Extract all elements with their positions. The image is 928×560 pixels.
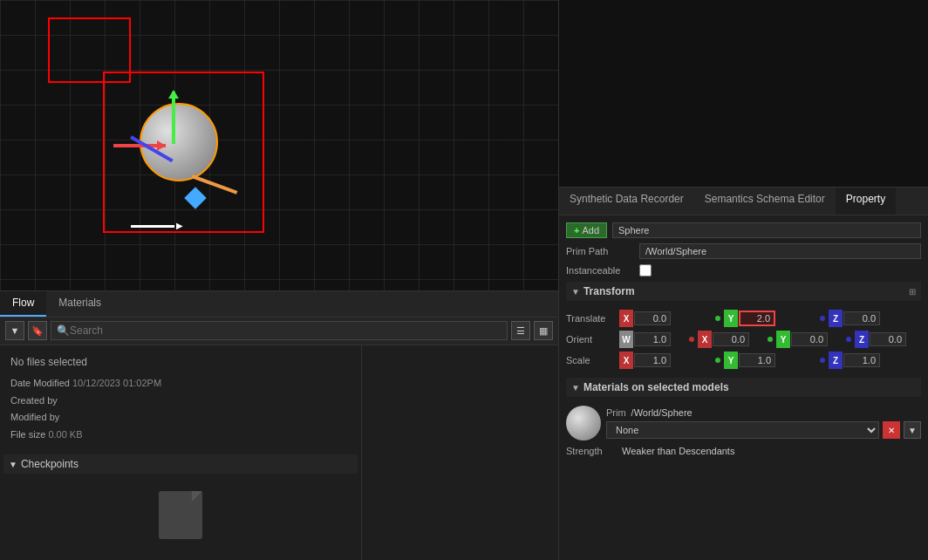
checkpoint-placeholder-icon xyxy=(159,491,202,539)
scale-z-field[interactable] xyxy=(843,353,880,367)
search-container: 🔍 xyxy=(51,321,508,340)
materials-content: Prim /World/Sphere None ✕ ▼ Stren xyxy=(566,402,921,458)
bottom-tab-bar: Flow Materials xyxy=(0,291,558,318)
orient-z-badge: Z xyxy=(855,331,869,348)
orient-z-dot xyxy=(846,337,851,342)
orient-y-input: Y xyxy=(776,331,843,348)
sphere-object[interactable] xyxy=(140,103,218,181)
orient-x-badge: X xyxy=(698,331,712,348)
date-modified-value: 10/12/2023 01:02PM xyxy=(72,378,161,388)
tab-flow[interactable]: Flow xyxy=(0,291,46,317)
date-modified-label: Date Modified xyxy=(10,378,70,388)
transform-expand-icon: ⊞ xyxy=(909,287,916,297)
add-row: Add xyxy=(566,222,921,238)
orient-y-field[interactable] xyxy=(791,332,828,346)
mat-prim-value: /World/Sphere xyxy=(631,407,693,418)
instanceable-row: Instanceable xyxy=(566,264,921,277)
file-size-value: 0.00 KB xyxy=(48,429,82,440)
modified-by-label: Modified by xyxy=(10,412,59,422)
instanceable-label: Instanceable xyxy=(566,265,636,276)
material-dropdown-button[interactable]: ▼ xyxy=(904,421,921,439)
scale-z-dot xyxy=(820,358,825,363)
checkpoints-section: ▼ Checkpoints xyxy=(3,454,358,557)
x-badge: X xyxy=(619,310,633,327)
search-icon: 🔍 xyxy=(57,324,70,337)
transform-section-label: Transform xyxy=(583,285,635,297)
property-panel: Add Prim Path Instanceable ▼ Transform ⊞ xyxy=(559,215,928,560)
orient-row: Orient W X Y xyxy=(566,331,921,348)
orient-z-input: Z xyxy=(855,331,921,348)
translate-label: Translate xyxy=(566,313,617,324)
created-by-label: Created by xyxy=(10,395,58,406)
right-tab-bar: Synthetic Data Recorder Semantics Schema… xyxy=(559,188,928,215)
orient-y-dot xyxy=(768,337,773,342)
material-prim-row: Prim /World/Sphere None ✕ ▼ xyxy=(566,402,921,444)
search-input[interactable] xyxy=(70,324,502,337)
tab-materials[interactable]: Materials xyxy=(46,291,113,317)
materials-section-header[interactable]: ▼ Materials on selected models xyxy=(566,378,921,397)
w-badge: W xyxy=(619,331,633,348)
checkpoints-header[interactable]: ▼ Checkpoints xyxy=(3,454,358,474)
scale-z-input: Z xyxy=(829,352,921,369)
scale-x-input: X xyxy=(619,352,712,369)
add-button[interactable]: Add xyxy=(566,222,607,238)
material-select[interactable]: None xyxy=(606,421,879,439)
sphere-name-input[interactable] xyxy=(612,222,921,238)
orient-w-input: W xyxy=(619,331,686,348)
transform-fields: Translate X Y Z xyxy=(566,306,921,372)
scale-y-field[interactable] xyxy=(739,353,775,367)
materials-collapse-icon: ▼ xyxy=(571,383,580,393)
checkpoints-collapse-icon: ▼ xyxy=(9,460,17,469)
z-badge: Z xyxy=(829,310,843,327)
orient-y-badge: Y xyxy=(776,331,790,348)
translate-x-input: X xyxy=(619,310,712,327)
scale-y-dot xyxy=(715,358,720,363)
file-metadata: Date Modified 10/12/2023 01:02PM Created… xyxy=(10,375,351,444)
checkpoints-label: Checkpoints xyxy=(21,458,78,470)
list-view-btn[interactable]: ☰ xyxy=(511,321,530,340)
scale-y-badge: Y xyxy=(724,352,738,369)
scale-z-badge: Z xyxy=(829,352,843,369)
orient-x-input: X xyxy=(698,331,764,348)
translate-x-field[interactable] xyxy=(634,311,671,325)
translate-z-dot xyxy=(820,316,825,321)
material-sphere-preview xyxy=(566,406,601,440)
scale-label: Scale xyxy=(566,355,617,365)
translate-y-input: Y xyxy=(724,310,816,327)
file-size-label: File size xyxy=(10,429,45,440)
transform-section-header[interactable]: ▼ Transform ⊞ xyxy=(566,282,921,301)
filter-dropdown[interactable]: ▼ xyxy=(5,321,24,340)
y-badge: Y xyxy=(724,310,738,327)
instanceable-checkbox[interactable] xyxy=(639,264,652,277)
tab-property[interactable]: Property xyxy=(836,188,896,215)
scale-y-input: Y xyxy=(724,352,816,369)
translate-z-field[interactable] xyxy=(843,311,880,325)
sphere-mesh xyxy=(140,103,218,181)
tab-semantics-schema-editor[interactable]: Semantics Schema Editor xyxy=(694,188,836,215)
orient-w-field[interactable] xyxy=(634,332,671,346)
translate-z-input: Z xyxy=(829,310,921,327)
orient-label: Orient xyxy=(566,334,617,345)
checkpoints-content xyxy=(3,474,358,557)
translate-row: Translate X Y Z xyxy=(566,310,921,327)
orient-x-field[interactable] xyxy=(713,332,749,346)
material-remove-button[interactable]: ✕ xyxy=(883,421,900,439)
tab-synthetic-data-recorder[interactable]: Synthetic Data Recorder xyxy=(559,188,694,215)
translate-y-dot xyxy=(715,316,720,321)
scale-row: Scale X Y Z xyxy=(566,352,921,369)
scale-x-field[interactable] xyxy=(634,353,671,367)
prim-path-input[interactable] xyxy=(639,243,921,259)
transform-collapse-icon: ▼ xyxy=(571,287,580,297)
right-top-preview xyxy=(559,0,928,188)
orient-x-dot xyxy=(689,337,694,342)
direction-arrow xyxy=(131,225,174,228)
grid-view-btn[interactable]: ▦ xyxy=(534,321,553,340)
bookmark-btn[interactable]: 🔖 xyxy=(28,321,47,340)
content-toolbar: ▼ 🔖 🔍 ☰ ▦ xyxy=(0,318,558,345)
prim-path-row: Prim Path xyxy=(566,243,921,259)
strength-value: Weaker than Descendants xyxy=(622,446,734,456)
3d-viewport[interactable] xyxy=(0,0,558,290)
orient-z-field[interactable] xyxy=(870,332,906,346)
materials-section-label: Materials on selected models xyxy=(583,381,729,393)
translate-y-field[interactable] xyxy=(739,311,775,326)
